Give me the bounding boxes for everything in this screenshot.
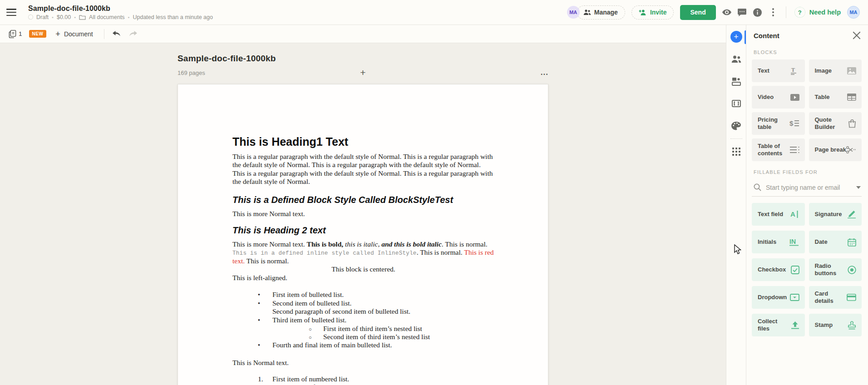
add-document-tab[interactable]: + Document (51, 28, 97, 40)
active-tab-indicator (745, 30, 746, 44)
initials-icon: IN (789, 238, 799, 246)
variables-brackets-icon (732, 100, 741, 107)
block-tile-page-break[interactable]: Page break (809, 138, 862, 161)
page-intro-paragraph: This is a regular paragraph with the def… (232, 153, 494, 186)
block-tile-quote-builder[interactable]: Quote Builder (809, 112, 862, 135)
send-button[interactable]: Send (680, 5, 715, 20)
svg-text:T: T (791, 67, 795, 73)
add-content-plus-icon[interactable]: + (268, 69, 458, 77)
block-tile-table-of-contents[interactable]: Table of contents (752, 138, 805, 161)
bullet-item: Second item of bulleted list. (272, 299, 351, 308)
header-actions: MA Manage Invite Send (567, 5, 860, 20)
header-document-title: Sample-doc-file-1000kb (28, 5, 213, 13)
top-header: Sample-doc-file-1000kb Draft $0.00 All d… (0, 0, 868, 25)
rail-fields-button[interactable] (730, 75, 742, 87)
document-section-header: Sample-doc-file-1000kb 169 pages + ... (178, 54, 548, 78)
document-scroll-area[interactable]: Sample-doc-file-1000kb 169 pages + ... T… (0, 43, 726, 385)
document-page[interactable]: This is Heading1 Text This is a regular … (178, 84, 548, 385)
status-updated: Updated less than a minute ago (133, 14, 213, 20)
card-details-icon (847, 294, 856, 301)
nested-bullet-item: Second item of third item’s nested list (323, 333, 430, 341)
table-of-contents-icon (790, 146, 799, 153)
document-more-options-icon[interactable]: ... (458, 68, 548, 77)
recipient-search-input[interactable] (766, 184, 852, 191)
status-folder-link[interactable]: All documents (89, 14, 125, 20)
blocks-section-label: BLOCKS (754, 49, 862, 55)
block-tile-table[interactable]: Table (809, 86, 862, 109)
dropdown-icon (790, 294, 799, 301)
field-tile-stamp[interactable]: Stamp (809, 314, 862, 336)
blocks-grid: Text T Image Video Table Pricing table (752, 59, 862, 161)
fields-grid: Text field A Signature Initials IN Date … (752, 203, 862, 336)
text-field-icon: A (790, 210, 799, 218)
pages-count-label: 169 pages (178, 69, 268, 76)
field-tile-date[interactable]: Date (809, 231, 862, 253)
page-normal-text: This is Normal text. (232, 359, 494, 367)
svg-text:A: A (790, 210, 795, 218)
separator-dot (74, 14, 76, 20)
close-panel-icon[interactable] (853, 31, 861, 39)
plus-circle-icon: + (730, 31, 742, 43)
bold-italic-text: and this is bold italic (381, 240, 442, 248)
field-tile-signature[interactable]: Signature (809, 203, 862, 226)
block-tile-pricing-table[interactable]: Pricing table $ (752, 112, 805, 135)
quote-builder-icon (848, 119, 856, 128)
new-badge: NEW (29, 30, 47, 38)
block-tile-text[interactable]: Text T (752, 59, 805, 82)
person-plus-icon (639, 9, 647, 16)
content-panel: Content BLOCKS Text T Image Video (746, 25, 868, 385)
field-tile-card-details[interactable]: Card details (809, 286, 862, 309)
recipients-people-icon (731, 55, 741, 63)
plus-icon: + (55, 30, 60, 38)
page-left-aligned-text: This is left-aligned. (232, 274, 494, 282)
app-window: Sample-doc-file-1000kb Draft $0.00 All d… (0, 0, 868, 385)
redo-button[interactable] (127, 28, 139, 40)
field-tile-checkbox[interactable]: Checkbox (752, 258, 805, 281)
image-block-icon (847, 67, 856, 74)
document-tab-label: Document (64, 30, 93, 38)
block-tile-image[interactable]: Image (809, 59, 862, 82)
info-icon[interactable] (753, 8, 762, 17)
rail-variables-button[interactable] (730, 98, 742, 109)
question-mark-icon: ? (794, 7, 805, 18)
field-tile-dropdown[interactable]: Dropdown (752, 286, 805, 309)
table-block-icon (847, 94, 856, 101)
field-tile-text-field[interactable]: Text field A (752, 203, 805, 226)
invite-button[interactable]: Invite (631, 5, 674, 20)
document-title-block: Sample-doc-file-1000kb Draft $0.00 All d… (28, 5, 213, 20)
more-options-kebab-icon[interactable] (769, 8, 778, 17)
hamburger-menu-icon[interactable] (6, 9, 16, 16)
chevron-down-icon[interactable] (856, 186, 861, 189)
document-toolbar: 1 NEW + Document (0, 25, 726, 43)
people-icon (583, 9, 591, 15)
user-avatar[interactable]: MA (847, 6, 860, 19)
need-help-button[interactable]: ? Need help (794, 7, 841, 18)
bullet-item: Third item of bulleted list. (272, 316, 346, 325)
pages-overview-button[interactable]: 1 (6, 28, 25, 40)
rail-design-button[interactable] (730, 120, 742, 132)
folder-icon (79, 15, 86, 20)
rail-apps-button[interactable] (730, 146, 742, 158)
recipient-search-row (752, 179, 862, 197)
nested-bullet-item: First item of third item’s nested list (323, 325, 422, 333)
field-tile-radio-buttons[interactable]: Radio buttons (809, 258, 862, 281)
page-rich-paragraph: This is more Normal text. This is bold, … (232, 240, 494, 266)
manage-button[interactable]: Manage (577, 5, 625, 20)
undo-button[interactable] (111, 28, 123, 40)
rail-add-content-button[interactable]: + (730, 31, 742, 43)
collaborator-avatar[interactable]: MA (567, 6, 580, 19)
comments-icon[interactable] (738, 8, 747, 17)
preview-eye-icon[interactable] (722, 8, 731, 17)
pricing-table-icon: $ (789, 119, 799, 128)
separator-dot (128, 14, 130, 20)
collect-files-icon (791, 321, 799, 330)
right-icon-rail: + (726, 25, 746, 385)
page-more-normal-text: This is more Normal text. (232, 210, 494, 218)
rail-recipients-button[interactable] (730, 53, 742, 65)
field-tile-collect-files[interactable]: Collect files (752, 314, 805, 336)
pages-icon (9, 30, 16, 38)
manage-button-label: Manage (594, 9, 618, 16)
field-tile-initials[interactable]: Initials IN (752, 231, 805, 253)
block-tile-video[interactable]: Video (752, 86, 805, 109)
page-heading1: This is Heading1 Text (232, 135, 494, 149)
